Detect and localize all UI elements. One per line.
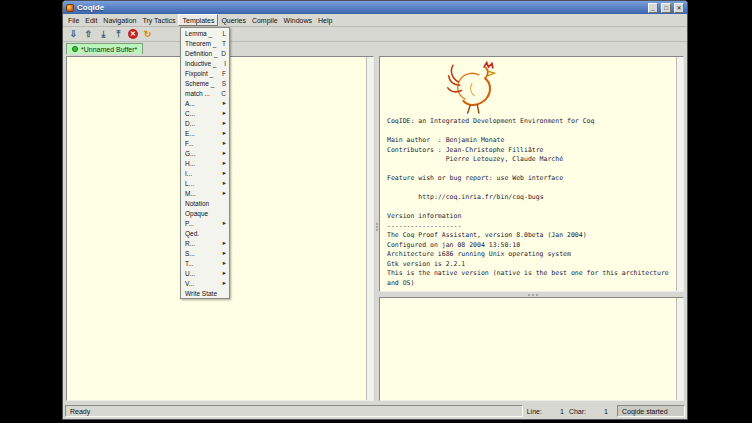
message-scrollbar[interactable] xyxy=(676,298,683,400)
menu-item-label: E... xyxy=(185,130,195,137)
menu-item-definition[interactable]: Definition _D xyxy=(181,48,229,58)
menu-item-label: U... xyxy=(185,270,195,277)
menu-item-label: Inductive _ xyxy=(185,60,216,67)
titlebar[interactable]: Coqide _ □ ✕ xyxy=(63,1,687,14)
menu-item-label: Qed. xyxy=(185,230,199,237)
submenu-arrow-icon: ▸ xyxy=(223,239,226,247)
close-button[interactable]: ✕ xyxy=(674,3,684,13)
menu-item-label: G... xyxy=(185,150,195,157)
menu-item-label: Theorem _ xyxy=(185,40,216,47)
goal-pane-text: CoqIDE: an Integrated Development Enviro… xyxy=(387,117,675,288)
menu-item-label: Notation xyxy=(185,200,209,207)
menu-item-notation[interactable]: Notation xyxy=(181,198,229,208)
submenu-arrow-icon: ▸ xyxy=(223,219,226,227)
restart-icon[interactable]: ↻ xyxy=(142,29,153,40)
menu-item-g[interactable]: G...▸ xyxy=(181,148,229,158)
backward-icon[interactable]: ⇧ xyxy=(83,29,94,40)
menu-item-opaque[interactable]: Opaque xyxy=(181,208,229,218)
submenu-arrow-icon: ▸ xyxy=(223,249,226,257)
menubar-item-try-tactics[interactable]: Try Tactics xyxy=(139,14,178,26)
submenu-arrow-icon: ▸ xyxy=(223,149,226,157)
script-scrollbar[interactable] xyxy=(366,57,373,400)
shortcut-label: D xyxy=(221,50,226,57)
menu-item-label: D... xyxy=(185,120,195,127)
menu-item-scheme[interactable]: Scheme _S xyxy=(181,78,229,88)
goal-pane[interactable]: CoqIDE: an Integrated Development Enviro… xyxy=(379,56,684,292)
buffer-status-led-icon xyxy=(72,46,78,52)
minimize-button[interactable]: _ xyxy=(648,3,658,13)
menu-item-label: Definition _ xyxy=(185,50,218,57)
maximize-button[interactable]: □ xyxy=(661,3,671,13)
char-value: 1 xyxy=(586,408,608,415)
menu-item-lemma[interactable]: Lemma _L xyxy=(181,28,229,38)
menu-item-label: P... xyxy=(185,220,194,227)
status-ready: Ready xyxy=(65,405,523,417)
statusbar: Ready Line: 1 Char: 1 Coqide started xyxy=(63,403,687,419)
menu-item-u[interactable]: U...▸ xyxy=(181,268,229,278)
goal-scrollbar[interactable] xyxy=(676,57,683,291)
menu-item-label: Opaque xyxy=(185,210,208,217)
menubar-item-queries[interactable]: Queries xyxy=(218,14,249,26)
menu-item-m[interactable]: M...▸ xyxy=(181,188,229,198)
menu-item-label: Lemma _ xyxy=(185,30,212,37)
status-message: Coqide started xyxy=(617,405,685,417)
main-area: CoqIDE: an Integrated Development Enviro… xyxy=(63,54,687,403)
forward-icon[interactable]: ⇩ xyxy=(68,29,79,40)
menu-item-i[interactable]: I...▸ xyxy=(181,168,229,178)
menu-item-t[interactable]: T...▸ xyxy=(181,258,229,268)
menu-item-qed[interactable]: Qed. xyxy=(181,228,229,238)
menu-item-d[interactable]: D...▸ xyxy=(181,118,229,128)
shortcut-label: L xyxy=(222,30,226,37)
menu-item-label: H... xyxy=(185,160,195,167)
app-icon xyxy=(66,4,74,12)
submenu-arrow-icon: ▸ xyxy=(223,109,226,117)
menu-item-p[interactable]: P...▸ xyxy=(181,218,229,228)
menubar-item-windows[interactable]: Windows xyxy=(281,14,315,26)
submenu-arrow-icon: ▸ xyxy=(223,99,226,107)
menu-item-e[interactable]: E...▸ xyxy=(181,128,229,138)
interrupt-icon[interactable]: ✕ xyxy=(128,29,138,39)
message-pane[interactable] xyxy=(379,297,684,401)
menu-item-label: match ... xyxy=(185,90,210,97)
menu-item-match[interactable]: match ...C xyxy=(181,88,229,98)
submenu-arrow-icon: ▸ xyxy=(223,269,226,277)
menu-item-v[interactable]: V...▸ xyxy=(181,278,229,288)
menu-item-fixpoint[interactable]: Fixpoint _F xyxy=(181,68,229,78)
menu-item-c[interactable]: C...▸ xyxy=(181,108,229,118)
menu-item-label: Fixpoint _ xyxy=(185,70,213,77)
right-column: CoqIDE: an Integrated Development Enviro… xyxy=(379,56,684,401)
menubar-item-help[interactable]: Help xyxy=(315,14,335,26)
tab-row: *Unnamed Buffer* xyxy=(63,42,687,54)
go-to-end-icon[interactable]: ⤓ xyxy=(98,29,109,40)
coq-rooster-logo xyxy=(446,59,498,115)
menu-item-theorem[interactable]: Theorem _T xyxy=(181,38,229,48)
tab-label: *Unnamed Buffer* xyxy=(81,46,137,53)
menubar-item-templates[interactable]: Templates xyxy=(178,14,218,26)
menubar: FileEditNavigationTry TacticsTemplatesQu… xyxy=(63,14,687,27)
window-title: Coqide xyxy=(77,1,645,14)
menu-item-label: V... xyxy=(185,280,194,287)
menu-item-l[interactable]: L...▸ xyxy=(181,178,229,188)
submenu-arrow-icon: ▸ xyxy=(223,179,226,187)
submenu-arrow-icon: ▸ xyxy=(223,279,226,287)
menu-item-write-state[interactable]: Write State xyxy=(181,288,229,298)
menu-item-label: T... xyxy=(185,260,194,267)
menubar-item-compile[interactable]: Compile xyxy=(249,14,281,26)
menu-item-s[interactable]: S...▸ xyxy=(181,248,229,258)
menu-item-a[interactable]: A...▸ xyxy=(181,98,229,108)
menu-item-label: R... xyxy=(185,240,195,247)
submenu-arrow-icon: ▸ xyxy=(223,259,226,267)
shortcut-label: S xyxy=(222,80,226,87)
menubar-item-edit[interactable]: Edit xyxy=(82,14,100,26)
line-label: Line: xyxy=(527,408,542,415)
menu-item-f[interactable]: F...▸ xyxy=(181,138,229,148)
menubar-item-file[interactable]: File xyxy=(65,14,82,26)
menu-item-r[interactable]: R...▸ xyxy=(181,238,229,248)
menu-item-h[interactable]: H...▸ xyxy=(181,158,229,168)
go-to-start-icon[interactable]: ⤒ xyxy=(113,29,124,40)
menu-item-inductive[interactable]: Inductive _I xyxy=(181,58,229,68)
menu-item-label: Scheme _ xyxy=(185,80,214,87)
splitter-handle-icon xyxy=(375,222,378,232)
tab-unnamed-buffer[interactable]: *Unnamed Buffer* xyxy=(66,43,143,54)
menubar-item-navigation[interactable]: Navigation xyxy=(100,14,139,26)
